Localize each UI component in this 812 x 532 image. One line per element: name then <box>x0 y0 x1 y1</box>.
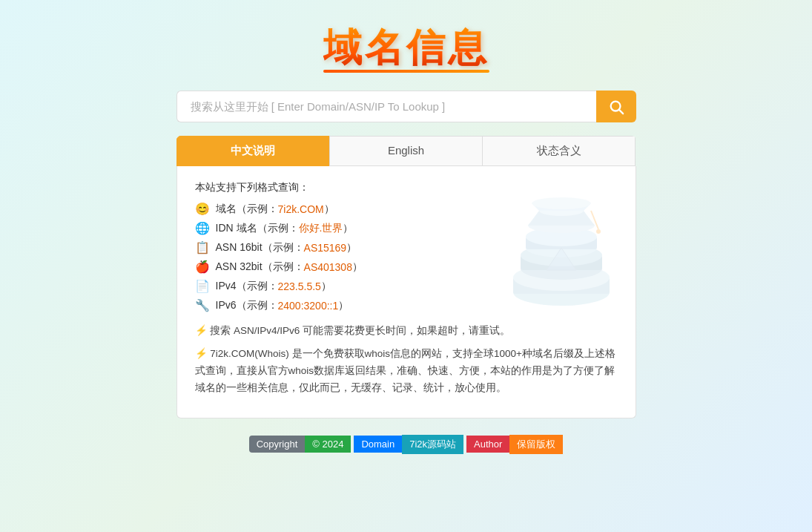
domain-value-badge[interactable]: 7i2k源码站 <box>402 435 463 454</box>
copyright-label: Copyright <box>249 436 306 453</box>
ipv6-suffix: ） <box>338 299 349 312</box>
domain-label: 域名（示例： <box>216 203 278 216</box>
asn16-label: ASN 16bit（示例： <box>216 241 304 254</box>
emoji-idn-icon: 🌐 <box>195 221 210 235</box>
copyright-year: © 2024 <box>305 436 351 453</box>
domain-suffix: ） <box>324 203 334 216</box>
footer: Copyright © 2024 Domain 7i2k源码站 Author 保… <box>249 435 564 454</box>
asn16-link[interactable]: AS15169 <box>304 242 347 254</box>
asn32-label: ASN 32bit（示例： <box>216 260 304 274</box>
tab-chinese[interactable]: 中文说明 <box>176 136 329 166</box>
tab-english[interactable]: English <box>329 136 482 166</box>
search-input[interactable] <box>176 91 596 122</box>
idn-label: IDN 域名（示例： <box>216 222 299 235</box>
logo-area: 域名信息 <box>323 22 489 73</box>
ipv4-suffix: ） <box>321 280 331 293</box>
ipv6-link[interactable]: 2400:3200::1 <box>278 300 339 312</box>
emoji-domain-icon: 😊 <box>195 202 210 216</box>
asn32-link[interactable]: AS401308 <box>304 261 352 273</box>
domain-link[interactable]: 7i2k.COM <box>278 203 324 215</box>
author-value-badge: 保留版权 <box>509 435 563 454</box>
content-card: 本站支持下列格式查询： 😊 域名（示例： 7i2k.COM ） 🌐 IDN 域名… <box>176 166 636 418</box>
list-item: 🍎 ASN 32bit（示例： AS401308 ） <box>195 260 618 274</box>
list-item: 📄 IPv4（示例： 223.5.5.5 ） <box>195 279 618 293</box>
ipv4-link[interactable]: 223.5.5.5 <box>278 280 321 292</box>
asn32-suffix: ） <box>352 260 363 274</box>
tab-status[interactable]: 状态含义 <box>482 136 636 166</box>
svg-line-1 <box>619 110 623 114</box>
ipv6-label: IPv6（示例： <box>216 299 278 312</box>
emoji-asn16-icon: 📋 <box>195 240 210 254</box>
list-item: 🌐 IDN 域名（示例： 你好.世界 ） <box>195 221 618 235</box>
idn-suffix: ） <box>343 222 353 235</box>
list-item: 📋 ASN 16bit（示例： AS15169 ） <box>195 240 618 254</box>
domain-label-badge: Domain <box>354 436 402 453</box>
emoji-asn32-icon: 🍎 <box>195 260 210 274</box>
list-item: 🔧 IPv6（示例： 2400:3200::1 ） <box>195 298 618 312</box>
search-icon <box>608 99 624 115</box>
intro-title: 本站支持下列格式查询： <box>195 181 618 194</box>
emoji-ipv4-icon: 📄 <box>195 279 210 293</box>
info-section: 本站支持下列格式查询： 😊 域名（示例： 7i2k.COM ） 🌐 IDN 域名… <box>195 181 618 397</box>
emoji-ipv6-icon: 🔧 <box>195 298 210 312</box>
notice-timeout: ⚡ 搜索 ASN/IPv4/IPv6 可能需要花费更长时间，如果超时，请重试。 <box>195 323 618 340</box>
author-label-badge: Author <box>466 436 509 453</box>
search-bar <box>176 91 636 122</box>
logo-text: 域名信息 <box>323 22 489 74</box>
ipv4-label: IPv4（示例： <box>216 280 278 293</box>
tabs-container: 中文说明 English 状态含义 <box>176 136 636 166</box>
idn-link[interactable]: 你好.世界 <box>299 222 343 235</box>
notice-about: ⚡ 7i2k.COM(Whois) 是一个免费获取whois信息的网站，支持全球… <box>195 346 618 397</box>
list-item: 😊 域名（示例： 7i2k.COM ） <box>195 202 618 216</box>
search-button[interactable] <box>596 91 636 122</box>
asn16-suffix: ） <box>346 241 357 254</box>
